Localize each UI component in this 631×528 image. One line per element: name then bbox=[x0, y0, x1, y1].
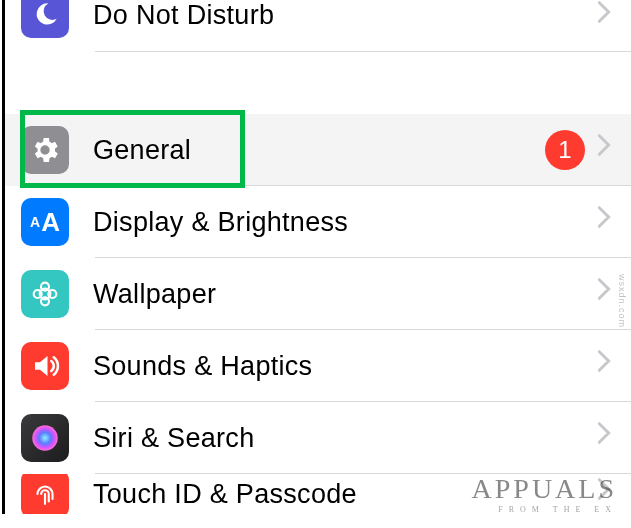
chevron-right-icon bbox=[597, 133, 619, 167]
fingerprint-icon bbox=[21, 474, 69, 514]
row-label: Wallpaper bbox=[93, 279, 597, 310]
text-size-icon: AA bbox=[21, 198, 69, 246]
chevron-right-icon bbox=[597, 0, 619, 34]
chevron-right-icon bbox=[597, 477, 619, 511]
section-gap bbox=[5, 52, 631, 114]
svg-point-5 bbox=[32, 425, 58, 451]
row-do-not-disturb[interactable]: Do Not Disturb bbox=[5, 0, 631, 52]
speaker-icon bbox=[21, 342, 69, 390]
separator bbox=[95, 51, 631, 52]
watermark-side: wsxdn.com bbox=[617, 274, 627, 328]
chevron-right-icon bbox=[597, 421, 619, 455]
chevron-right-icon bbox=[597, 349, 619, 383]
siri-icon bbox=[21, 414, 69, 462]
row-touch-id-passcode[interactable]: Touch ID & Passcode bbox=[5, 474, 631, 514]
row-display-brightness[interactable]: AA Display & Brightness bbox=[5, 186, 631, 258]
rosette-icon bbox=[21, 270, 69, 318]
row-sounds-haptics[interactable]: Sounds & Haptics bbox=[5, 330, 631, 402]
row-label: Display & Brightness bbox=[93, 207, 597, 238]
row-label: General bbox=[93, 135, 545, 166]
row-wallpaper[interactable]: Wallpaper bbox=[5, 258, 631, 330]
settings-list: Do Not Disturb General 1 AA Display & Br… bbox=[2, 0, 631, 514]
row-label: Touch ID & Passcode bbox=[93, 479, 597, 510]
row-label: Sounds & Haptics bbox=[93, 351, 597, 382]
gear-icon bbox=[21, 126, 69, 174]
row-general[interactable]: General 1 bbox=[5, 114, 631, 186]
row-label: Siri & Search bbox=[93, 423, 597, 454]
row-label: Do Not Disturb bbox=[93, 0, 597, 31]
row-siri-search[interactable]: Siri & Search bbox=[5, 402, 631, 474]
moon-icon bbox=[21, 0, 69, 38]
notification-badge: 1 bbox=[545, 130, 585, 170]
chevron-right-icon bbox=[597, 205, 619, 239]
chevron-right-icon bbox=[597, 277, 619, 311]
